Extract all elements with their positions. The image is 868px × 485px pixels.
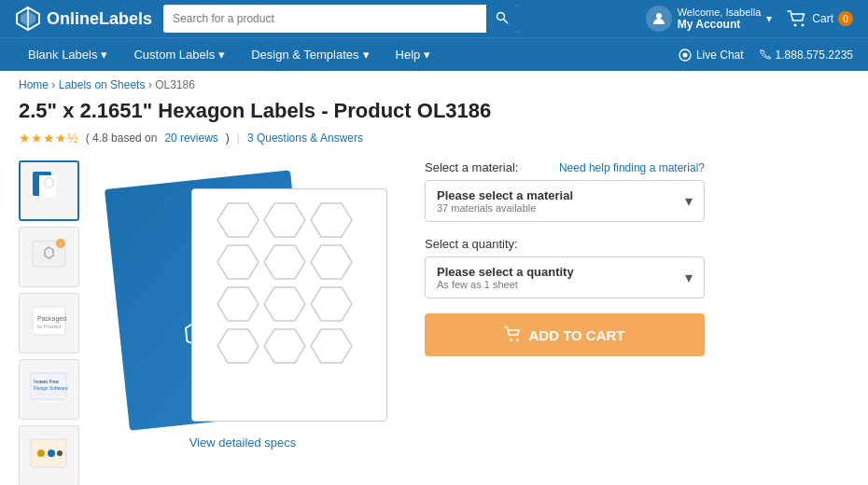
add-to-cart-label: ADD TO CART [528, 327, 624, 343]
sec-nav-links: Blank Labels ▾ Custom Labels ▾ Design & … [15, 38, 443, 72]
design-templates-chevron-icon: ▾ [363, 48, 370, 62]
quantity-section: Select a quantity: Please select a quant… [425, 237, 705, 298]
material-label-row: Select a material: Need help finding a m… [425, 160, 705, 174]
search-button[interactable] [486, 5, 518, 33]
breadcrumb-current: OL3186 [155, 78, 195, 91]
rating-row: ★★★★½ ( 4.8 based on 20 reviews ) | 3 Qu… [19, 131, 849, 146]
custom-labels-chevron-icon: ▾ [218, 48, 225, 62]
rating-close: ) [226, 132, 230, 145]
welcome-text: Welcome, Isabella [678, 7, 762, 18]
secondary-navigation: Blank Labels ▾ Custom Labels ▾ Design & … [0, 37, 868, 71]
reviews-link[interactable]: 20 reviews [164, 132, 217, 145]
search-bar [163, 5, 518, 33]
svg-marker-31 [264, 203, 305, 237]
blank-labels-chevron-icon: ▾ [101, 48, 107, 62]
account-area[interactable]: Welcome, Isabella My Account ▾ [646, 6, 773, 32]
label-sheet [191, 188, 387, 422]
material-dropdown[interactable]: Please select a material 37 materials av… [425, 180, 705, 222]
cart-area[interactable]: Cart 0 [787, 10, 853, 27]
cart-icon [504, 326, 521, 343]
svg-text:to Protect: to Protect [37, 324, 62, 329]
top-navigation: OnlineLabels Welcome, Isabella My Accoun… [0, 0, 868, 37]
separator: | [237, 132, 240, 145]
right-panel: Select a material: Need help finding a m… [425, 160, 705, 485]
logo[interactable]: OnlineLabels [15, 6, 152, 32]
thumbnail-1[interactable] [19, 160, 79, 221]
svg-point-26 [48, 450, 55, 457]
svg-point-42 [510, 339, 512, 341]
questions-link[interactable]: 3 Questions & Answers [247, 132, 363, 145]
phone-area[interactable]: 1.888.575.2235 [759, 48, 853, 62]
quantity-label-row: Select a quantity: [425, 237, 705, 251]
material-chevron-icon: ▾ [685, 192, 693, 210]
nav-help[interactable]: Help ▾ [383, 38, 444, 72]
material-help-link[interactable]: Need help finding a material? [559, 161, 705, 174]
svg-marker-36 [217, 287, 259, 321]
sec-nav-right: Live Chat 1.888.575.2235 [679, 48, 853, 62]
svg-point-27 [57, 450, 63, 456]
thumbnail-4[interactable]: Instant Free Design Software [19, 359, 79, 420]
breadcrumb: Home › Labels on Sheets › OL3186 [0, 71, 868, 99]
svg-marker-41 [311, 329, 352, 363]
svg-point-25 [37, 450, 45, 457]
quantity-dropdown[interactable]: Please select a quantity As few as 1 she… [425, 256, 705, 298]
main-content: 2.5" x 2.1651" Hexagon Labels - Product … [0, 99, 868, 485]
quantity-label: Select a quantity: [425, 237, 518, 251]
add-to-cart-button[interactable]: ADD TO CART [425, 313, 705, 356]
svg-marker-32 [311, 203, 352, 237]
svg-text:↑: ↑ [59, 241, 63, 247]
svg-marker-30 [217, 203, 259, 237]
svg-point-5 [656, 13, 662, 19]
svg-text:Design Software: Design Software [34, 385, 68, 391]
material-section: Select a material: Need help finding a m… [425, 160, 705, 222]
stars: ★★★★½ [19, 131, 78, 146]
rating-value: ( 4.8 based on [86, 132, 158, 145]
view-specs-link[interactable]: View detailed specs [189, 436, 297, 450]
phone-number: 1.888.575.2235 [776, 48, 853, 62]
live-chat-button[interactable]: Live Chat [679, 48, 744, 62]
nav-right: Welcome, Isabella My Account ▾ Cart 0 [646, 6, 853, 32]
svg-point-7 [802, 24, 805, 27]
product-title: 2.5" x 2.1651" Hexagon Labels - Product … [19, 99, 849, 123]
cart-label: Cart [812, 12, 833, 25]
svg-marker-34 [264, 245, 305, 279]
nav-blank-labels[interactable]: Blank Labels ▾ [15, 38, 120, 72]
thumbnail-5[interactable] [19, 425, 79, 485]
product-area: ↑ Packaged to Protect Instant Free [19, 160, 849, 485]
svg-marker-40 [264, 329, 305, 363]
image-section: ↑ Packaged to Protect Instant Free [19, 160, 397, 485]
main-product-image: OnlineLabels [89, 160, 397, 450]
breadcrumb-home[interactable]: Home [19, 78, 49, 91]
quantity-placeholder: Please select a quantity [437, 265, 574, 279]
breadcrumb-labels-on-sheets[interactable]: Labels on Sheets [59, 78, 146, 91]
thumbnail-3[interactable]: Packaged to Protect [19, 293, 79, 353]
search-input[interactable] [163, 12, 486, 25]
svg-marker-33 [217, 245, 259, 279]
material-placeholder: Please select a material [437, 188, 573, 202]
quantity-dropdown-content: Please select a quantity As few as 1 she… [437, 265, 574, 290]
svg-marker-35 [311, 245, 352, 279]
account-chevron-icon: ▾ [766, 12, 772, 25]
svg-rect-23 [34, 393, 62, 396]
material-label: Select a material: [425, 160, 518, 174]
quantity-chevron-icon: ▾ [685, 269, 693, 286]
breadcrumb-sep1: › [51, 78, 58, 91]
svg-text:Packaged: Packaged [37, 315, 66, 323]
nav-custom-labels[interactable]: Custom Labels ▾ [120, 38, 238, 72]
nav-design-templates[interactable]: Design & Templates ▾ [238, 38, 382, 72]
svg-marker-38 [311, 287, 352, 321]
svg-point-3 [497, 12, 505, 20]
svg-marker-37 [264, 287, 305, 321]
quantity-sub: As few as 1 sheet [437, 279, 574, 290]
logo-text: OnlineLabels [47, 9, 152, 29]
svg-point-9 [682, 52, 687, 57]
svg-point-43 [516, 339, 519, 341]
cart-badge: 0 [838, 11, 853, 26]
thumbnail-2[interactable]: ↑ [19, 227, 79, 287]
help-chevron-icon: ▾ [424, 48, 430, 62]
thumbnails: ↑ Packaged to Protect Instant Free [19, 160, 79, 485]
material-sub: 37 materials available [437, 202, 573, 214]
svg-text:Instant Free: Instant Free [34, 379, 59, 384]
my-account-label: My Account [678, 18, 762, 31]
account-info: Welcome, Isabella My Account [678, 7, 762, 31]
